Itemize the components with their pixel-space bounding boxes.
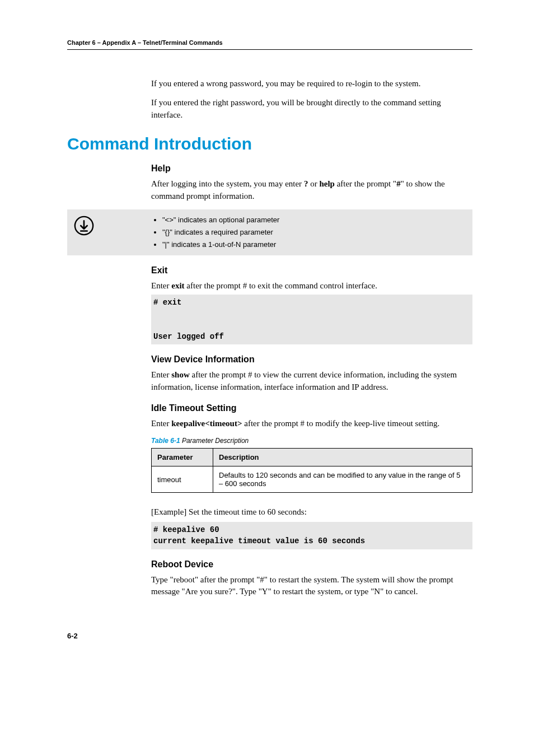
note-item: "|" indicates a 1-out-of-N parameter [162, 239, 279, 251]
page-number: 6-2 [67, 632, 472, 640]
exit-p1: Enter exit after the prompt # to exit th… [151, 280, 472, 292]
text: or [308, 179, 319, 188]
note-block: "<>" indicates an optional parameter "{}… [67, 209, 472, 255]
view-title: View Device Information [151, 354, 472, 365]
chapter-header: Chapter 6 – Appendix A – Telnet/Terminal… [67, 39, 472, 50]
idle-p1: Enter keepalive<timeout> after the promp… [151, 418, 472, 430]
reboot-title: Reboot Device [151, 559, 472, 570]
th-description: Description [213, 449, 472, 466]
exit-code: # exit User logged off [151, 295, 472, 344]
text-bold: show [171, 370, 190, 379]
exit-title: Exit [151, 265, 472, 276]
text: after the prompt # to exit the command c… [185, 281, 377, 290]
text-bold: # [396, 179, 401, 188]
intro-block: If you entered a wrong password, you may… [151, 78, 472, 121]
idle-example: [Example] Set the timeout time to 60 sec… [151, 506, 472, 519]
text: after the prompt # to modify the keep-li… [242, 419, 439, 428]
text: After logging into the system, you may e… [151, 179, 304, 188]
view-p1: Enter show after the prompt # to view th… [151, 369, 472, 394]
intro-p2: If you entered the right password, you w… [151, 97, 472, 122]
td-description: Defaults to 120 seconds and can be modif… [213, 466, 472, 493]
reboot-p1: Type "reboot" after the prompt "#" to re… [151, 574, 472, 599]
text: Enter [151, 281, 171, 290]
text: after the prompt # to view the current d… [151, 370, 457, 391]
text: Enter [151, 370, 171, 379]
note-icon [67, 214, 101, 236]
table-label: Table 6-1 [151, 437, 180, 445]
help-section: Help After logging into the system, you … [151, 164, 472, 203]
idle-title: Idle Timeout Setting [151, 403, 472, 413]
help-p1: After logging into the system, you may e… [151, 178, 472, 203]
text-bold: exit [171, 281, 184, 290]
note-item: "<>" indicates an optional parameter [162, 214, 279, 226]
exit-section: Exit Enter exit after the prompt # to ex… [151, 265, 472, 598]
note-list: "<>" indicates an optional parameter "{}… [162, 214, 279, 251]
text-bold: help [319, 179, 335, 188]
table-header-row: Parameter Description [152, 449, 472, 466]
idle-code: # keepalive 60 current keepalive timeout… [151, 522, 472, 549]
intro-p1: If you entered a wrong password, you may… [151, 78, 472, 90]
text: after the prompt " [335, 179, 396, 188]
help-title: Help [151, 164, 472, 174]
section-title: Command Introduction [67, 134, 472, 153]
table-caption: Table 6-1 Parameter Description [151, 437, 472, 445]
td-parameter: timeout [152, 466, 213, 493]
text: Enter [151, 419, 171, 428]
param-table: Parameter Description timeout Defaults t… [151, 448, 472, 493]
note-item: "{}" indicates a required parameter [162, 226, 279, 239]
table-row: timeout Defaults to 120 seconds and can … [152, 466, 472, 493]
table-desc: Parameter Description [180, 437, 249, 445]
text-bold: keepalive<timeout> [171, 419, 242, 428]
th-parameter: Parameter [152, 449, 213, 466]
